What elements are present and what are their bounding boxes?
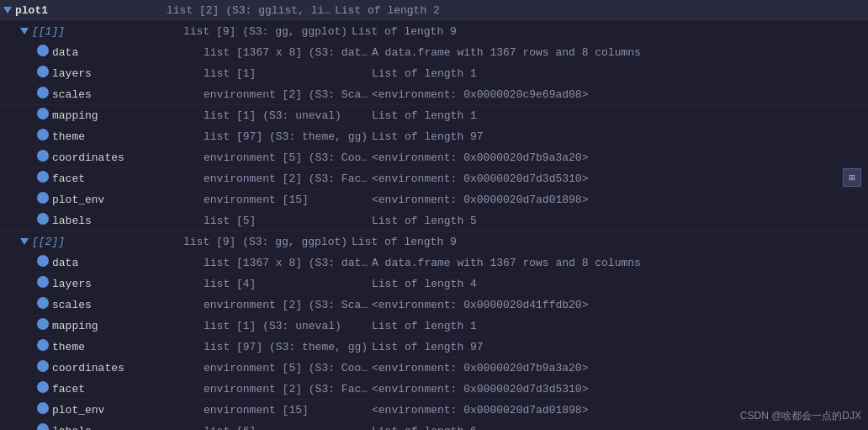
item-value: <environment: 0x0000020c9e69ad08> (372, 88, 865, 101)
item-value: List of length 1 (372, 67, 865, 80)
dot-icon (37, 87, 52, 102)
item-name: mapping (52, 109, 204, 122)
list-item[interactable]: plot1list [2] (S3: gglist, list)List of … (0, 0, 868, 21)
item-name: labels (52, 425, 204, 431)
dot-icon (37, 171, 52, 186)
item-type: list [1367 x 8] (S3: data.frame) (204, 257, 372, 269)
item-type: list [1367 x 8] (S3: data.frame) (204, 46, 372, 59)
dot-icon (37, 192, 52, 207)
item-value: List of length 9 (352, 236, 865, 248)
list-item: layerslist [1]List of length 1 (0, 63, 868, 84)
list-item: facetenvironment [2] (S3: FacetNull, F<e… (0, 168, 868, 189)
dot-icon (37, 276, 52, 291)
list-item: mappinglist [1] (S3: uneval)List of leng… (0, 105, 868, 126)
item-value: List of length 9 (352, 25, 865, 38)
list-item: plot_envenvironment [15]<environment: 0x… (0, 189, 868, 210)
list-item: themelist [97] (S3: theme, gg)List of le… (0, 337, 868, 358)
list-item: datalist [1367 x 8] (S3: data.frame)A da… (0, 42, 868, 63)
item-type: environment [5] (S3: CoordCarte (204, 151, 372, 164)
item-name: data (52, 257, 204, 269)
item-value: List of length 1 (372, 109, 865, 122)
item-name: mapping (52, 320, 204, 332)
item-type: list [1] (S3: uneval) (204, 320, 372, 332)
item-name: plot_env (52, 194, 204, 206)
item-name: facet (52, 173, 204, 185)
item-type: environment [5] (S3: CoordCarte (204, 362, 372, 374)
expand-icon[interactable] (20, 25, 29, 38)
item-type: list [1] (S3: uneval) (204, 109, 372, 122)
item-type: list [5] (204, 215, 372, 227)
item-type: list [1] (204, 67, 372, 80)
item-value: List of length 2 (335, 4, 865, 17)
list-item: labelslist [5]List of length 5 (0, 210, 868, 231)
item-type: environment [15] (204, 194, 372, 206)
dot-icon (37, 423, 52, 430)
list-item: scalesenvironment [2] (S3: ScalesList, g… (0, 295, 868, 316)
item-name: coordinates (52, 362, 204, 374)
list-item: coordinatesenvironment [5] (S3: CoordCar… (0, 358, 868, 379)
item-name: data (52, 46, 204, 59)
item-value: List of length 1 (372, 320, 865, 332)
list-item: datalist [1367 x 8] (S3: data.frame)A da… (0, 252, 868, 273)
item-type: list [97] (S3: theme, gg) (204, 130, 372, 143)
item-type: environment [2] (S3: FacetNull, F (204, 173, 372, 185)
list-item: scalesenvironment [2] (S3: ScalesList, g… (0, 84, 868, 105)
item-name: scales (52, 88, 204, 101)
item-name: plot1 (15, 4, 167, 17)
list-item: themelist [97] (S3: theme, gg)List of le… (0, 126, 868, 147)
tree-container: plot1list [2] (S3: gglist, list)List of … (0, 0, 868, 430)
item-value: <environment: 0x0000020d7d3d5310> (372, 383, 865, 395)
item-type: list [97] (S3: theme, gg) (204, 341, 372, 353)
list-item: plot_envenvironment [15]<environment: 0x… (0, 400, 868, 421)
item-value: List of length 5 (372, 215, 865, 227)
item-value: <environment: 0x0000020d7b9a3a20> (372, 362, 865, 374)
item-type: list [4] (204, 278, 372, 290)
dot-icon (37, 150, 52, 165)
list-item[interactable]: [[1]]list [9] (S3: gg, ggplot)List of le… (0, 21, 868, 42)
dot-icon (37, 360, 52, 375)
list-item: mappinglist [1] (S3: uneval)List of leng… (0, 316, 868, 337)
item-value: List of length 97 (372, 341, 865, 353)
watermark: CSDN @啥都会一点的DJX (740, 409, 861, 423)
list-item: coordinatesenvironment [5] (S3: CoordCar… (0, 147, 868, 168)
item-type: environment [2] (S3: FacetNull, F (204, 383, 372, 395)
dot-icon (37, 297, 52, 312)
dot-icon (37, 255, 52, 270)
item-name: layers (52, 278, 204, 290)
item-name: theme (52, 130, 204, 143)
item-value: <environment: 0x0000020d7b9a3a20> (372, 151, 865, 164)
item-type: list [2] (S3: gglist, list) (167, 4, 335, 17)
item-name: facet (52, 383, 204, 395)
item-type: environment [2] (S3: ScalesList, g (204, 88, 372, 101)
dot-icon (37, 108, 52, 123)
item-name: [[1]] (32, 25, 183, 38)
item-name: scales (52, 299, 204, 311)
item-value: List of length 6 (372, 425, 865, 431)
dot-icon (37, 402, 52, 417)
list-item: facetenvironment [2] (S3: FacetNull, F<e… (0, 379, 868, 400)
item-name: theme (52, 341, 204, 353)
item-name: coordinates (52, 151, 204, 164)
item-value: <environment: 0x0000020d41ffdb20> (372, 299, 865, 311)
corner-button[interactable]: ⊞ (843, 168, 861, 187)
item-name: labels (52, 215, 204, 227)
item-type: list [9] (S3: gg, ggplot) (183, 25, 352, 38)
item-value: A data.frame with 1367 rows and 8 column… (372, 46, 865, 59)
list-item: labelslist [6]List of length 6 (0, 421, 868, 430)
item-type: list [9] (S3: gg, ggplot) (183, 236, 352, 248)
dot-icon (37, 45, 52, 60)
expand-icon[interactable] (3, 4, 12, 17)
dot-icon (37, 339, 52, 354)
list-item[interactable]: [[2]]list [9] (S3: gg, ggplot)List of le… (0, 231, 868, 252)
dot-icon (37, 66, 52, 81)
item-value: <environment: 0x0000020d7d3d5310> (372, 173, 865, 185)
item-value: List of length 97 (372, 130, 865, 143)
item-type: list [6] (204, 425, 372, 431)
item-name: plot_env (52, 404, 204, 417)
list-item: layerslist [4]List of length 4 (0, 273, 868, 295)
item-value: A data.frame with 1367 rows and 8 column… (372, 257, 865, 269)
expand-icon[interactable] (20, 236, 29, 248)
item-value: <environment: 0x0000020d7ad01898> (372, 194, 865, 206)
dot-icon (37, 318, 52, 333)
dot-icon (37, 381, 52, 396)
